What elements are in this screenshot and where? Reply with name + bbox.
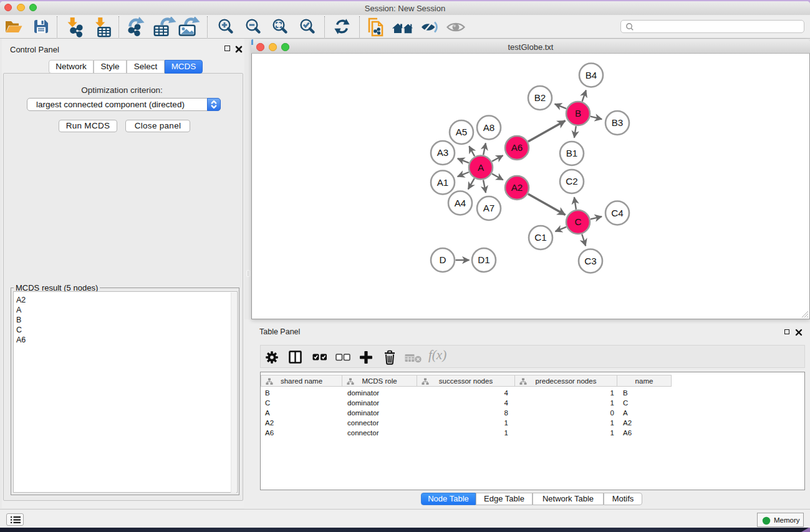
svg-text:B: B — [575, 108, 581, 118]
svg-text:A7: A7 — [483, 203, 495, 213]
svg-text:D1: D1 — [478, 254, 489, 265]
svg-text:B1: B1 — [566, 148, 578, 158]
svg-text:D: D — [440, 254, 446, 265]
svg-text:A3: A3 — [437, 147, 449, 158]
svg-text:B4: B4 — [586, 70, 597, 80]
svg-text:A8: A8 — [483, 122, 495, 133]
svg-text:C3: C3 — [584, 256, 596, 266]
svg-text:C4: C4 — [611, 208, 623, 218]
svg-text:C: C — [575, 216, 582, 227]
svg-text:A2: A2 — [511, 182, 523, 193]
svg-text:A1: A1 — [437, 177, 449, 188]
svg-text:B3: B3 — [612, 117, 624, 128]
svg-text:B2: B2 — [534, 92, 546, 103]
svg-text:A4: A4 — [455, 198, 466, 208]
svg-text:A: A — [478, 162, 485, 173]
svg-text:A6: A6 — [511, 142, 523, 153]
svg-text:C1: C1 — [534, 232, 546, 243]
svg-text:C2: C2 — [566, 176, 577, 186]
svg-text:A5: A5 — [456, 127, 468, 137]
